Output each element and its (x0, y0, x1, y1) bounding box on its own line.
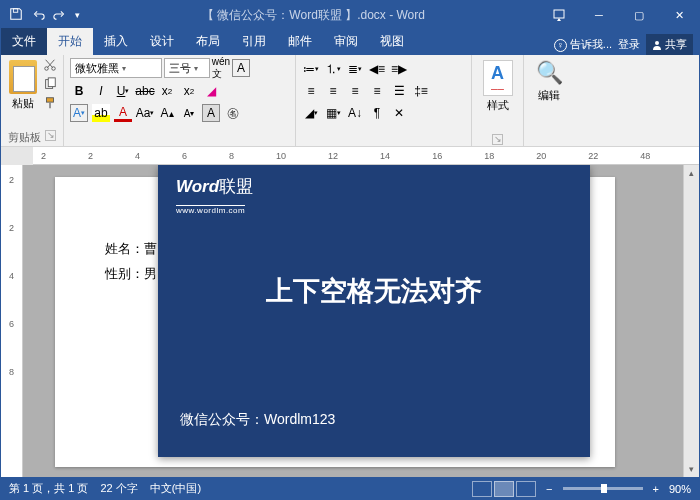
italic-button[interactable]: I (92, 82, 110, 100)
group-styles: A── 样式 ↘ (472, 55, 524, 146)
scroll-down-icon[interactable]: ▾ (684, 461, 699, 477)
phonetic-guide-icon[interactable]: wén文 (212, 59, 230, 77)
shrink-font-icon[interactable]: A▾ (180, 104, 198, 122)
tab-design[interactable]: 设计 (139, 28, 185, 55)
minimize-button[interactable]: ─ (579, 1, 619, 29)
format-painter-icon[interactable] (43, 96, 57, 112)
redo-icon[interactable] (53, 7, 67, 24)
bold-button[interactable]: B (70, 82, 88, 100)
zoom-level[interactable]: 90% (669, 483, 691, 495)
horizontal-ruler[interactable]: 224681012141618202248 (33, 147, 699, 165)
subscript-button[interactable]: x2 (158, 82, 176, 100)
numbering-icon[interactable]: ⒈▾ (324, 60, 342, 78)
zoom-slider[interactable] (563, 487, 643, 490)
view-buttons (472, 481, 536, 497)
window-controls: ─ ▢ ✕ (539, 1, 699, 29)
window-title: 【 微信公众号：Word联盟 】.docx - Word (88, 7, 539, 24)
distribute-icon[interactable]: ☰ (390, 82, 408, 100)
tab-mailings[interactable]: 邮件 (277, 28, 323, 55)
change-case-icon[interactable]: Aa▾ (136, 104, 154, 122)
snap-icon[interactable]: ✕ (390, 104, 408, 122)
zoom-in-icon[interactable]: + (653, 483, 659, 495)
qat-more-icon[interactable]: ▾ (75, 10, 80, 20)
multilevel-icon[interactable]: ≣▾ (346, 60, 364, 78)
share-button[interactable]: 共享 (646, 34, 693, 55)
enclose-char-icon[interactable]: ㊔ (224, 104, 242, 122)
borders-icon[interactable]: ▦▾ (324, 104, 342, 122)
find-button[interactable]: 🔍 编辑 (534, 58, 565, 105)
decrease-indent-icon[interactable]: ◀≡ (368, 60, 386, 78)
vertical-scrollbar[interactable]: ▴ ▾ (683, 165, 699, 477)
align-left-icon[interactable]: ≡ (302, 82, 320, 100)
bullets-icon[interactable]: ≔▾ (302, 60, 320, 78)
tab-layout[interactable]: 布局 (185, 28, 231, 55)
print-layout-icon[interactable] (494, 481, 514, 497)
grow-font-icon[interactable]: A▴ (158, 104, 176, 122)
read-mode-icon[interactable] (472, 481, 492, 497)
svg-rect-1 (554, 10, 564, 18)
shading-icon[interactable]: ◢▾ (302, 104, 320, 122)
person-icon (652, 40, 662, 50)
tab-file[interactable]: 文件 (1, 28, 47, 55)
svg-point-2 (655, 41, 659, 45)
copy-icon[interactable] (43, 77, 57, 93)
web-layout-icon[interactable] (516, 481, 536, 497)
superscript-button[interactable]: x2 (180, 82, 198, 100)
tab-references[interactable]: 引用 (231, 28, 277, 55)
paste-button[interactable]: 粘贴 (7, 58, 39, 113)
cut-icon[interactable] (43, 58, 57, 74)
align-right-icon[interactable]: ≡ (346, 82, 364, 100)
strikethrough-button[interactable]: abc (136, 82, 154, 100)
ribbon-options-icon[interactable] (539, 1, 579, 29)
show-marks-icon[interactable]: ¶ (368, 104, 386, 122)
status-language[interactable]: 中文(中国) (150, 481, 201, 496)
line-spacing-icon[interactable]: ‡≡ (412, 82, 430, 100)
increase-indent-icon[interactable]: ≡▶ (390, 60, 408, 78)
vertical-ruler[interactable]: 22468 (1, 165, 23, 477)
group-editing: 🔍 编辑 (524, 55, 574, 146)
svg-rect-6 (48, 78, 55, 87)
maximize-button[interactable]: ▢ (619, 1, 659, 29)
tab-view[interactable]: 视图 (369, 28, 415, 55)
font-size-combo[interactable]: 三号▾ (164, 58, 210, 78)
styles-launcher-icon[interactable]: ↘ (492, 134, 503, 145)
clear-format-icon[interactable]: ◢ (202, 82, 220, 100)
clipboard-icon (9, 60, 37, 94)
tell-me[interactable]: ♀ 告诉我... (554, 37, 612, 52)
ruler-area: 224681012141618202248 (1, 147, 699, 165)
group-paragraph: ≔▾ ⒈▾ ≣▾ ◀≡ ≡▶ ≡ ≡ ≡ ≡ ☰ ‡≡ ◢▾ ▦▾ A↓ ¶ ✕ (296, 55, 472, 146)
highlight-icon[interactable]: ab (92, 104, 110, 122)
login-link[interactable]: 登录 (618, 37, 640, 52)
clipboard-label: 剪贴板 (8, 130, 41, 145)
font-name-combo[interactable]: 微软雅黑▾ (70, 58, 162, 78)
tab-insert[interactable]: 插入 (93, 28, 139, 55)
text-effects-icon[interactable]: A ▾ (70, 104, 88, 122)
quick-access-toolbar: ▾ (1, 7, 88, 24)
status-page[interactable]: 第 1 页，共 1 页 (9, 481, 88, 496)
tab-review[interactable]: 审阅 (323, 28, 369, 55)
underline-button[interactable]: U ▾ (114, 82, 132, 100)
save-icon[interactable] (9, 7, 23, 24)
title-bar: ▾ 【 微信公众号：Word联盟 】.docx - Word ─ ▢ ✕ (1, 1, 699, 29)
scroll-up-icon[interactable]: ▴ (684, 165, 699, 181)
magnifier-icon: 🔍 (536, 60, 563, 86)
zoom-out-icon[interactable]: − (546, 483, 552, 495)
clipboard-launcher-icon[interactable]: ↘ (45, 130, 56, 141)
tab-home[interactable]: 开始 (47, 28, 93, 55)
close-button[interactable]: ✕ (659, 1, 699, 29)
char-border-icon[interactable]: A (232, 59, 250, 77)
status-word-count[interactable]: 22 个字 (100, 481, 137, 496)
group-clipboard: 粘贴 剪贴板↘ (1, 55, 64, 146)
ribbon-tabs: 文件 开始 插入 设计 布局 引用 邮件 审阅 视图 ♀ 告诉我... 登录 共… (1, 29, 699, 55)
undo-icon[interactable] (31, 7, 45, 24)
align-center-icon[interactable]: ≡ (324, 82, 342, 100)
overlay-logo: Word联盟 www.wordlm.com (176, 175, 253, 218)
svg-rect-7 (47, 98, 54, 102)
sort-icon[interactable]: A↓ (346, 104, 364, 122)
justify-icon[interactable]: ≡ (368, 82, 386, 100)
char-shading-icon[interactable]: A (202, 104, 220, 122)
styles-button[interactable]: A── 样式 (481, 58, 515, 115)
font-color-icon[interactable]: A (114, 104, 132, 122)
ribbon: 粘贴 剪贴板↘ 微软雅黑▾ 三号▾ wén文 A B I U ▾ abc x2 … (1, 55, 699, 147)
overlay-subtitle: 微信公众号：Wordlm123 (180, 411, 335, 429)
